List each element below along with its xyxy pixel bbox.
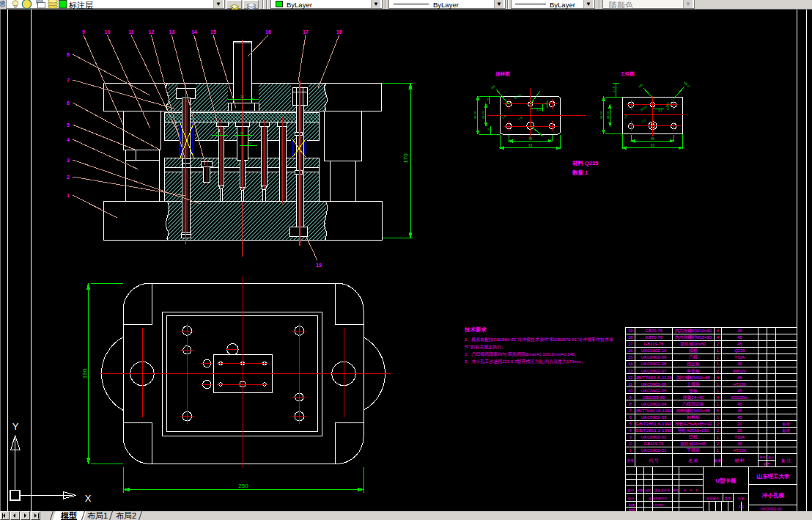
svg-text:14: 14 bbox=[248, 142, 252, 145]
svg-text:处数: 处数 bbox=[637, 488, 643, 492]
svg-text:卸料螺钉M10×65: 卸料螺钉M10×65 bbox=[676, 408, 711, 413]
svg-text:45: 45 bbox=[528, 137, 533, 141]
svg-text:GB70-76: GB70-76 bbox=[645, 335, 663, 340]
svg-text:7.8: 7.8 bbox=[517, 116, 523, 122]
svg-text:1: 1 bbox=[717, 435, 719, 439]
svg-text:13: 13 bbox=[169, 29, 175, 34]
svg-text:2: 2 bbox=[717, 428, 719, 433]
svg-text:GB2089-80: GB2089-80 bbox=[643, 395, 665, 400]
svg-text:16: 16 bbox=[265, 29, 271, 34]
svg-text:凸模: 凸模 bbox=[689, 355, 698, 359]
svg-text:63: 63 bbox=[528, 144, 533, 147]
svg-text:20: 20 bbox=[737, 428, 742, 433]
svg-text:下模座: 下模座 bbox=[687, 447, 700, 453]
svg-text:T10A: T10A bbox=[734, 355, 745, 359]
svg-text:2: 2 bbox=[717, 442, 719, 446]
svg-text:33.50: 33.50 bbox=[473, 111, 477, 119]
svg-text:2: 2 bbox=[629, 442, 631, 446]
svg-text:材料 Q235: 材料 Q235 bbox=[572, 160, 598, 166]
svg-text:30.52: 30.52 bbox=[639, 105, 648, 112]
svg-text:1: 1 bbox=[67, 193, 70, 198]
svg-text:4: 4 bbox=[717, 329, 720, 333]
svg-text:1: 1 bbox=[717, 389, 719, 393]
svg-text:UKC0902-03: UKC0902-03 bbox=[641, 415, 667, 420]
svg-text:6: 6 bbox=[629, 415, 631, 420]
svg-text:2: 2 bbox=[67, 175, 70, 180]
svg-text:重 量: 重 量 bbox=[764, 462, 771, 466]
svg-text:15: 15 bbox=[628, 355, 632, 359]
svg-text:4月29日: 4月29日 bbox=[652, 503, 663, 507]
svg-text:2: 2 bbox=[717, 422, 719, 426]
svg-text:圆柱销10×65: 圆柱销10×65 bbox=[681, 441, 707, 447]
svg-text:31.10: 31.10 bbox=[606, 111, 610, 119]
svg-text:4: 4 bbox=[67, 137, 70, 142]
svg-text:45: 45 bbox=[737, 376, 742, 380]
svg-text:10: 10 bbox=[628, 389, 632, 393]
svg-text:18: 18 bbox=[628, 335, 632, 340]
svg-text:250: 250 bbox=[238, 483, 248, 489]
svg-text:45: 45 bbox=[737, 442, 742, 446]
svg-text:9: 9 bbox=[629, 395, 631, 400]
svg-text:内六角螺钉M10×50: 内六角螺钉M10×50 bbox=[675, 334, 712, 340]
svg-text:数量 1: 数量 1 bbox=[572, 169, 588, 176]
svg-text:45: 45 bbox=[737, 409, 742, 413]
svg-text:4: 4 bbox=[717, 395, 720, 400]
svg-text:UKC0902-05: UKC0902-05 bbox=[641, 389, 667, 393]
svg-text:垫板: 垫板 bbox=[689, 389, 698, 393]
svg-text:名 称: 名 称 bbox=[688, 458, 698, 464]
svg-text:45: 45 bbox=[737, 342, 742, 346]
svg-text:13: 13 bbox=[628, 369, 632, 373]
svg-text:18: 18 bbox=[336, 29, 342, 34]
svg-text:排样图: 排样图 bbox=[495, 71, 510, 77]
svg-text:Y: Y bbox=[12, 421, 19, 432]
svg-text:中垫板: 中垫板 bbox=[687, 369, 700, 373]
svg-text:190: 190 bbox=[81, 368, 88, 378]
svg-text:17: 17 bbox=[628, 342, 632, 346]
svg-text:UKC0902-08: UKC0902-08 bbox=[641, 362, 667, 366]
svg-text:3-4: 3-4 bbox=[536, 108, 542, 111]
svg-text:材 料: 材 料 bbox=[734, 458, 745, 464]
svg-text:1: 1 bbox=[629, 448, 631, 453]
svg-text:数量: 数量 bbox=[714, 458, 721, 463]
svg-text:12: 12 bbox=[149, 29, 155, 34]
svg-text:16: 16 bbox=[628, 348, 632, 353]
svg-text:2、凸凹模间隙要均匀,双面间隙Zmax=0.100,Zmin: 2、凸凹模间隙要均匀,双面间隙Zmax=0.100,Zmin=0.140。 bbox=[465, 351, 579, 357]
svg-text:170: 170 bbox=[402, 153, 409, 164]
svg-text:M6: M6 bbox=[638, 83, 643, 89]
svg-text:技术要求: 技术要求 bbox=[464, 326, 487, 333]
svg-text:导柱A25h6×150: 导柱A25h6×150 bbox=[678, 428, 710, 433]
svg-text:15: 15 bbox=[210, 29, 216, 34]
svg-text:9: 9 bbox=[82, 29, 85, 34]
svg-text:年、月、日: 年、月、日 bbox=[683, 488, 698, 492]
svg-text:圆柱销10×50: 圆柱销10×50 bbox=[681, 341, 707, 347]
svg-text:Q235: Q235 bbox=[734, 348, 745, 353]
svg-text:GB/T2861.1-1990: GB/T2861.1-1990 bbox=[635, 428, 673, 433]
svg-text:3: 3 bbox=[629, 435, 631, 439]
svg-text:1: 1 bbox=[717, 382, 719, 387]
svg-text:UKC0902-01: UKC0902-01 bbox=[641, 448, 667, 453]
svg-text:UKC0902-10: UKC0902-10 bbox=[641, 348, 667, 353]
svg-text:45: 45 bbox=[651, 137, 655, 141]
svg-text:弹簧14×40: 弹簧14×40 bbox=[683, 395, 705, 400]
svg-text:45: 45 bbox=[737, 402, 742, 406]
svg-text:3: 3 bbox=[67, 158, 70, 163]
svg-text:卸料板: 卸料板 bbox=[687, 415, 700, 420]
svg-text:JB/T7649.10-1994: JB/T7649.10-1994 bbox=[635, 409, 673, 413]
svg-text:凸模固定板: 凸模固定板 bbox=[682, 401, 704, 407]
svg-text:15: 15 bbox=[487, 98, 490, 101]
svg-text:代 号: 代 号 bbox=[648, 458, 659, 463]
svg-text:5: 5 bbox=[629, 422, 631, 426]
svg-text:工件图: 工件图 bbox=[620, 71, 635, 77]
svg-text:M6: M6 bbox=[490, 84, 496, 90]
svg-text:95.56: 95.56 bbox=[514, 93, 523, 100]
svg-text:固定板: 固定板 bbox=[687, 361, 700, 367]
svg-text:12: 12 bbox=[628, 376, 632, 380]
svg-text:内六角螺钉M10×60: 内六角螺钉M10×60 bbox=[675, 328, 712, 333]
svg-text:制图: 制图 bbox=[629, 503, 635, 507]
svg-text:1: 1 bbox=[717, 415, 719, 420]
svg-text:6: 6 bbox=[67, 100, 70, 106]
svg-text:设计: 设计 bbox=[628, 497, 635, 500]
svg-text:33.50: 33.50 bbox=[599, 111, 603, 119]
svg-text:8: 8 bbox=[629, 402, 631, 406]
svg-text:4: 4 bbox=[629, 428, 632, 433]
